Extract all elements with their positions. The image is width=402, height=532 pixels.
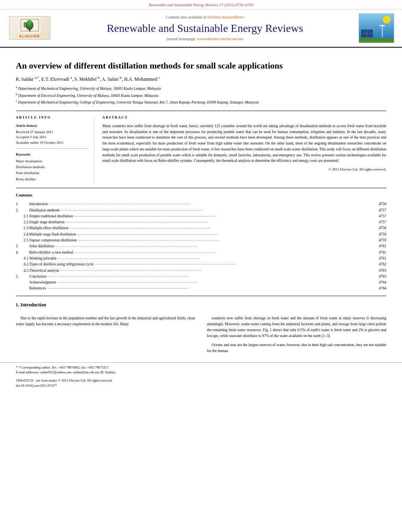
authors-line: R. Saidur a,*, E.T. Elcevvadi a, S. Mekh… — [16, 75, 386, 83]
svg-rect-9 — [25, 25, 26, 26]
toc-item-label: References ·····························… — [29, 285, 369, 291]
toc-item-page: 4763 — [369, 268, 386, 274]
abstract-text: Many countries now suffer from shortage … — [102, 123, 386, 164]
keyword-4: Refro-distiller — [16, 176, 89, 182]
toc-row: 2.2.Single stage distillation ··········… — [16, 219, 386, 225]
toc-item-page: 4763 — [369, 274, 386, 280]
toc-row: 5.Conclusion ···························… — [16, 274, 386, 280]
intro-right-column: countries now suffer from shortage in fr… — [207, 315, 387, 354]
journal-cover-image — [359, 14, 394, 43]
toc-item-number: 2.3. — [16, 225, 29, 231]
toc-item-number: 4. — [16, 250, 29, 256]
footer-issn: 1364-0321/$ – see front matter © 2011 El… — [16, 378, 386, 383]
svg-rect-8 — [23, 25, 25, 26]
svg-rect-17 — [359, 38, 394, 43]
toc-item-number: 2.4. — [16, 232, 29, 237]
footer-doi: doi:10.1016/j.rser.2011.07.077 — [16, 383, 386, 388]
toc-row: References ·····························… — [16, 285, 386, 291]
toc-item-page: 4758 — [369, 225, 386, 231]
intro-left-para: Due to the rapid increase in the populat… — [16, 315, 195, 327]
toc-row: 2.Distillation methods ·················… — [16, 208, 386, 213]
toc-item-page: 4757 — [369, 219, 386, 225]
article-info-panel: ARTICLE INFO Article history: Received 2… — [16, 115, 94, 182]
toc-item-page: 4761 — [369, 250, 386, 256]
svg-rect-15 — [382, 26, 383, 37]
elsevier-logo: ELSEVIER — [8, 16, 51, 40]
journal-homepage: journal homepage: www.elsevier.com/locat… — [55, 36, 355, 42]
intro-body: Due to the rapid increase in the populat… — [16, 311, 386, 354]
homepage-link[interactable]: www.elsevier.com/locate/rser — [197, 37, 243, 41]
toc-item-number: 4.1. — [16, 256, 29, 261]
intro-right-para1: countries now suffer from shortage in fr… — [207, 315, 387, 339]
article-received: Received 27 January 2011 — [16, 130, 89, 135]
article-accepted: Accepted 5 July 2011 — [16, 135, 89, 140]
toc-row: 4.1.Working principle ··················… — [16, 256, 386, 261]
toc-row: Acknowledgment ·························… — [16, 280, 386, 285]
main-content: An overview of different distillation me… — [0, 48, 402, 358]
keywords-title: Keywords: — [16, 152, 89, 157]
toc-item-number: 3. — [16, 243, 29, 249]
affiliations: a Department of Mechanical Engineering, … — [16, 85, 386, 105]
toc-item-page: 4764 — [369, 285, 386, 291]
toc-item-number — [16, 285, 29, 291]
toc-item-number: 1. — [16, 201, 29, 207]
toc-item-label: Introduction ···························… — [29, 201, 369, 207]
toc-row: 2.1.Simple traditional distillation ····… — [16, 213, 386, 219]
keywords-list: Water desalination Distillation methods … — [16, 158, 89, 182]
article-info-abstract: ARTICLE INFO Article history: Received 2… — [16, 111, 386, 182]
copyright-text: © 2011 Elsevier Ltd. All rights reserved… — [102, 167, 386, 172]
abstract-panel: ABSTRACT Many countries now suffer from … — [102, 115, 386, 182]
intro-left-column: Due to the rapid increase in the populat… — [16, 315, 199, 354]
toc-item-label: Distillation methods ···················… — [29, 208, 369, 213]
toc-item-number — [16, 280, 29, 285]
contents-available-text: Contents lists available at SciVerse Sci… — [55, 15, 355, 20]
toc-item-page: 4762 — [369, 261, 386, 267]
toc-row: 2.3.Multiple effect distillation ·······… — [16, 225, 386, 231]
toc-item-page: 4764 — [369, 280, 386, 285]
toc-item-number: 2.1. — [16, 213, 29, 219]
toc-item-number: 2.2. — [16, 219, 29, 225]
footnote-email: E-mail addresses: saidur912@yahoo.com, s… — [16, 370, 386, 375]
toc-item-page: 4757 — [369, 213, 386, 219]
sciverse-link[interactable]: SciVerse ScienceDirect — [207, 15, 244, 19]
toc-item-page: 4759 — [369, 237, 386, 243]
keyword-3: Solar distillation — [16, 170, 89, 176]
toc-item-label: Types of distillers using refrigeration … — [29, 261, 369, 267]
toc-title: Contents — [16, 192, 386, 198]
journal-center: Contents lists available at SciVerse Sci… — [55, 15, 355, 42]
toc-item-label: Vapour compression distillation ········… — [29, 237, 369, 243]
journal-thumbnail — [359, 13, 394, 43]
introduction-section: 1. Introduction Due to the rapid increas… — [16, 302, 386, 354]
toc-item-number: 4.3. — [16, 268, 29, 274]
toc-row: 4.Refro-distiller–a new method ·········… — [16, 250, 386, 256]
elsevier-label: ELSEVIER — [19, 34, 40, 39]
toc-item-label: Simple traditional distillation ········… — [29, 213, 369, 219]
toc-row: 4.3.Theoretical analysis ···············… — [16, 268, 386, 274]
toc-row: 2.5.Vapour compression distillation ····… — [16, 237, 386, 243]
divider-1 — [16, 148, 89, 149]
svg-point-11 — [383, 16, 391, 24]
article-title: An overview of different distillation me… — [16, 60, 386, 72]
intro-heading: 1. Introduction — [16, 302, 386, 308]
toc-item-number: 2.5. — [16, 237, 29, 243]
toc-item-label: Refro-distiller–a new method ···········… — [29, 250, 369, 256]
footnote-corresponding: * * Corresponding author. Tel.: +603 796… — [16, 365, 386, 370]
toc-item-label: Single stage distillation ··············… — [29, 219, 369, 225]
toc-table: 1.Introduction ·························… — [16, 201, 386, 291]
toc-item-number: 2. — [16, 208, 29, 213]
page-footer: * * Corresponding author. Tel.: +603 796… — [0, 362, 402, 391]
article-available: Available online 19 October 2011 — [16, 140, 89, 146]
toc-item-page: 4757 — [369, 208, 386, 213]
elsevier-tree-icon — [19, 17, 41, 33]
toc-item-page: 4761 — [369, 243, 386, 249]
toc-item-page: 4756 — [369, 201, 386, 207]
toc-row: 4.2.Types of distillers using refrigerat… — [16, 261, 386, 267]
toc-item-number: 4.2. — [16, 261, 29, 267]
toc-item-label: Multiple stage flash distillation ······… — [29, 232, 369, 237]
toc-item-label: Theoretical analysis ···················… — [29, 268, 369, 274]
toc-row: 3.Solar distillation ···················… — [16, 243, 386, 249]
svg-point-6 — [24, 22, 26, 24]
keyword-2: Distillation methods — [16, 164, 89, 170]
article-info-title: ARTICLE INFO — [16, 115, 89, 120]
toc-row: 1.Introduction ·························… — [16, 201, 386, 207]
